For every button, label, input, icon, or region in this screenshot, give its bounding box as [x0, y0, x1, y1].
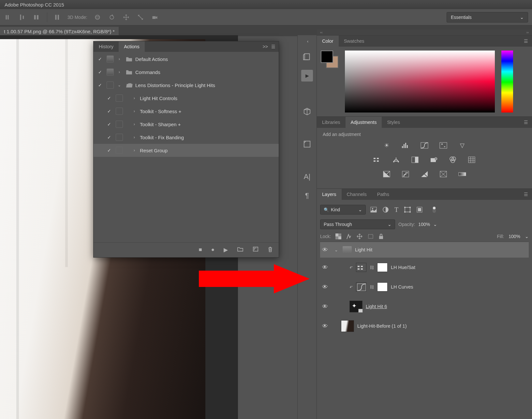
stop-icon[interactable]: ■	[199, 247, 202, 253]
adjustment-thumb[interactable]	[356, 263, 366, 272]
action-item[interactable]: ✓ › Light Hit Controls	[94, 92, 279, 105]
camera-icon[interactable]	[151, 13, 159, 22]
character-dock-icon[interactable]: A|	[301, 171, 313, 183]
actions-dock-icon[interactable]: ▶	[301, 70, 313, 82]
lock-artboard-icon[interactable]	[367, 233, 374, 239]
panel-menu-icon[interactable]: ☰	[520, 117, 532, 128]
disclosure-arrow[interactable]: ⌄	[116, 83, 123, 87]
mask-link-icon[interactable]: ⛓	[370, 265, 374, 270]
layer-filter-kind[interactable]: 🔍 Kind ⌄	[320, 205, 366, 215]
rotate-icon[interactable]	[108, 13, 116, 22]
tab-channels[interactable]: Channels	[342, 189, 372, 200]
tab-layers[interactable]: Layers	[317, 189, 342, 200]
curves-icon[interactable]	[420, 142, 429, 149]
panel-menu-icon[interactable]: ☰	[520, 36, 532, 47]
check-icon[interactable]: ✓	[96, 82, 105, 88]
layer-row[interactable]: 👁 Light-Hit-Before (1 of 1)	[320, 316, 529, 336]
layer-group-row[interactable]: 👁 ⌄ Light Hit	[320, 242, 529, 258]
chevron-down-icon[interactable]: ⌄	[433, 222, 437, 227]
tab-swatches[interactable]: Swatches	[339, 36, 370, 47]
check-icon[interactable]: ✓	[105, 109, 114, 114]
panel-menu-icon[interactable]: ☰	[520, 189, 532, 200]
tool-icon-1[interactable]	[4, 13, 12, 22]
visibility-icon[interactable]: 👁	[320, 303, 330, 310]
dialog-toggle[interactable]	[116, 147, 123, 154]
layer-name[interactable]: Light-Hit-Before (1 of 1)	[357, 323, 407, 329]
tab-styles[interactable]: Styles	[382, 117, 405, 128]
dialog-toggle[interactable]	[116, 121, 123, 128]
adjustment-thumb[interactable]	[356, 282, 366, 292]
dialog-toggle[interactable]	[116, 108, 123, 115]
action-item[interactable]: ✓ › Reset Group	[94, 144, 279, 157]
hue-slider[interactable]	[501, 51, 513, 112]
layer-name[interactable]: Light Hit 6	[366, 304, 387, 309]
fill-value[interactable]: 100%	[509, 234, 520, 239]
filter-shape-icon[interactable]	[404, 207, 411, 213]
filter-type-icon[interactable]: T	[394, 206, 398, 214]
action-item[interactable]: ✓ ⌄ Lens Distortions - Principle Light H…	[94, 79, 279, 92]
bw-icon[interactable]	[410, 156, 420, 164]
layer-row[interactable]: 👁 ✦ Light Hit 6	[320, 297, 529, 316]
action-item[interactable]: ✓ › Toolkit - Softness +	[94, 105, 279, 118]
brightness-icon[interactable]: ☀	[382, 142, 391, 149]
action-item[interactable]: ✓ › Commands	[94, 66, 279, 79]
action-item[interactable]: ✓ › Toolkit - Fix Banding	[94, 131, 279, 144]
dialog-toggle[interactable]	[107, 68, 114, 76]
dialog-toggle[interactable]	[107, 55, 114, 63]
slide-icon[interactable]	[136, 13, 145, 22]
filter-smart-icon[interactable]	[417, 207, 422, 213]
channel-mixer-icon[interactable]	[448, 156, 457, 164]
dialog-toggle[interactable]	[116, 134, 123, 141]
hue-sat-icon[interactable]	[373, 156, 382, 164]
lock-all-icon[interactable]	[378, 233, 384, 239]
tab-actions[interactable]: Actions	[119, 41, 145, 52]
posterize-icon[interactable]	[401, 170, 410, 178]
tool-icon-4[interactable]	[53, 13, 62, 22]
collapse-right-icon[interactable]: ››	[526, 30, 529, 34]
exposure-icon[interactable]	[439, 142, 448, 149]
new-set-icon[interactable]	[237, 247, 244, 253]
color-lookup-icon[interactable]	[467, 156, 476, 164]
fg-bg-swatches[interactable]	[321, 51, 338, 68]
layer-row[interactable]: 👁 ↳ ⛓ LH Hue/Sat	[320, 258, 529, 277]
lock-transparency-icon[interactable]	[335, 233, 341, 239]
workspace-switcher[interactable]: Essentials ⌄	[447, 12, 528, 22]
tab-history[interactable]: History	[94, 41, 119, 52]
record-icon[interactable]: ●	[211, 247, 214, 253]
blend-mode-dropdown[interactable]: Pass Through ⌄	[320, 219, 395, 229]
layer-row[interactable]: 👁 ↳ ⛓ LH Curves	[320, 277, 529, 297]
tab-paths[interactable]: Paths	[372, 189, 394, 200]
levels-icon[interactable]	[401, 142, 410, 149]
photo-filter-icon[interactable]	[429, 156, 438, 164]
opacity-value[interactable]: 100%	[418, 222, 430, 227]
dialog-toggle[interactable]	[116, 95, 123, 102]
mask-link-icon[interactable]: ⛓	[370, 285, 374, 290]
layer-name[interactable]: Light Hit	[355, 247, 372, 252]
expand-icon[interactable]: >>	[263, 44, 268, 49]
disclosure-arrow[interactable]: ›	[131, 135, 138, 140]
gradient-map-icon[interactable]	[458, 170, 467, 178]
check-icon[interactable]: ✓	[105, 148, 114, 153]
collapse-left-icon[interactable]: ‹‹	[320, 30, 322, 34]
check-icon[interactable]: ✓	[105, 96, 114, 101]
layer-thumb[interactable]: ✦	[349, 301, 362, 312]
invert-icon[interactable]	[382, 170, 391, 178]
panel-menu-icon[interactable]: ☰	[271, 44, 275, 49]
filter-toggle[interactable]	[432, 206, 437, 214]
dialog-toggle[interactable]	[107, 82, 114, 89]
lock-position-icon[interactable]	[356, 233, 363, 240]
check-icon[interactable]: ✓	[105, 122, 114, 127]
color-balance-icon[interactable]	[392, 156, 401, 164]
disclosure-arrow[interactable]: ›	[116, 57, 123, 61]
lock-image-icon[interactable]	[346, 233, 352, 240]
disclosure-arrow[interactable]: ⌄	[333, 247, 339, 252]
layer-name[interactable]: LH Hue/Sat	[391, 265, 415, 270]
filter-adjustment-icon[interactable]	[383, 207, 389, 213]
play-icon[interactable]: ▶	[224, 247, 228, 253]
check-icon[interactable]: ✓	[105, 135, 114, 140]
visibility-icon[interactable]: 👁	[320, 284, 330, 291]
disclosure-arrow[interactable]: ›	[131, 96, 138, 100]
layer-name[interactable]: LH Curves	[391, 284, 413, 290]
tab-libraries[interactable]: Libraries	[317, 117, 346, 128]
move-3d-icon[interactable]	[122, 13, 130, 22]
